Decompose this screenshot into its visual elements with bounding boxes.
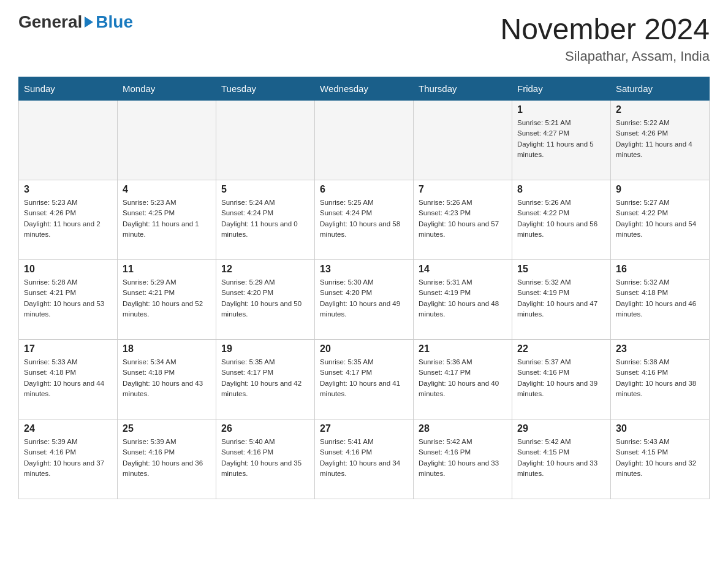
day-number: 18 [123,343,211,354]
day-number: 14 [419,264,507,275]
day-number: 6 [320,184,408,195]
day-number: 21 [419,343,507,354]
day-info: Sunrise: 5:42 AM Sunset: 4:15 PM Dayligh… [517,437,605,479]
day-info: Sunrise: 5:25 AM Sunset: 4:24 PM Dayligh… [320,197,408,240]
calendar-week-2: 3Sunrise: 5:23 AM Sunset: 4:26 PM Daylig… [19,180,710,260]
day-info: Sunrise: 5:28 AM Sunset: 4:21 PM Dayligh… [24,277,112,320]
logo: General Blue [18,12,133,32]
calendar-cell: 18Sunrise: 5:34 AM Sunset: 4:18 PM Dayli… [118,340,216,419]
calendar-subtitle: Silapathar, Assam, India [500,48,710,64]
day-number: 22 [517,343,605,354]
day-number: 15 [517,264,605,275]
calendar-cell: 12Sunrise: 5:29 AM Sunset: 4:20 PM Dayli… [216,260,315,340]
day-number: 8 [517,184,605,195]
day-number: 1 [517,104,605,115]
day-info: Sunrise: 5:43 AM Sunset: 4:15 PM Dayligh… [616,437,704,479]
day-info: Sunrise: 5:29 AM Sunset: 4:20 PM Dayligh… [221,277,309,320]
day-number: 26 [221,423,309,434]
day-info: Sunrise: 5:39 AM Sunset: 4:16 PM Dayligh… [24,437,112,479]
calendar-cell: 17Sunrise: 5:33 AM Sunset: 4:18 PM Dayli… [19,340,118,419]
day-number: 30 [616,423,704,434]
day-info: Sunrise: 5:27 AM Sunset: 4:22 PM Dayligh… [616,197,704,240]
calendar-cell: 29Sunrise: 5:42 AM Sunset: 4:15 PM Dayli… [512,419,611,499]
page-header: General Blue November 2024 Silapathar, A… [18,12,710,64]
day-info: Sunrise: 5:23 AM Sunset: 4:25 PM Dayligh… [123,197,211,240]
calendar-cell: 3Sunrise: 5:23 AM Sunset: 4:26 PM Daylig… [19,180,118,260]
header-cell-tuesday: Tuesday [216,77,315,101]
day-info: Sunrise: 5:37 AM Sunset: 4:16 PM Dayligh… [517,357,605,399]
calendar-cell [19,101,118,180]
calendar-cell: 24Sunrise: 5:39 AM Sunset: 4:16 PM Dayli… [19,419,118,499]
header-cell-wednesday: Wednesday [315,77,414,101]
calendar-header: SundayMondayTuesdayWednesdayThursdayFrid… [19,77,710,101]
header-cell-monday: Monday [118,77,216,101]
calendar-cell: 11Sunrise: 5:29 AM Sunset: 4:21 PM Dayli… [118,260,216,340]
day-info: Sunrise: 5:36 AM Sunset: 4:17 PM Dayligh… [419,357,507,399]
calendar-cell: 5Sunrise: 5:24 AM Sunset: 4:24 PM Daylig… [216,180,315,260]
calendar-cell: 14Sunrise: 5:31 AM Sunset: 4:19 PM Dayli… [414,260,512,340]
calendar-cell: 1Sunrise: 5:21 AM Sunset: 4:27 PM Daylig… [512,101,611,180]
header-row: SundayMondayTuesdayWednesdayThursdayFrid… [19,77,710,101]
day-info: Sunrise: 5:32 AM Sunset: 4:19 PM Dayligh… [517,277,605,320]
day-number: 10 [24,264,112,275]
calendar-cell: 22Sunrise: 5:37 AM Sunset: 4:16 PM Dayli… [512,340,611,419]
day-info: Sunrise: 5:33 AM Sunset: 4:18 PM Dayligh… [24,357,112,399]
calendar-week-1: 1Sunrise: 5:21 AM Sunset: 4:27 PM Daylig… [19,101,710,180]
calendar-week-5: 24Sunrise: 5:39 AM Sunset: 4:16 PM Dayli… [19,419,710,499]
calendar-table: SundayMondayTuesdayWednesdayThursdayFrid… [18,77,710,499]
calendar-cell [414,101,512,180]
day-number: 19 [221,343,309,354]
day-info: Sunrise: 5:39 AM Sunset: 4:16 PM Dayligh… [123,437,211,479]
day-number: 16 [616,264,704,275]
day-number: 9 [616,184,704,195]
calendar-cell: 9Sunrise: 5:27 AM Sunset: 4:22 PM Daylig… [611,180,710,260]
calendar-cell: 21Sunrise: 5:36 AM Sunset: 4:17 PM Dayli… [414,340,512,419]
day-number: 17 [24,343,112,354]
calendar-cell: 27Sunrise: 5:41 AM Sunset: 4:16 PM Dayli… [315,419,414,499]
day-number: 23 [616,343,704,354]
logo-general-text: General [18,12,82,32]
calendar-cell: 30Sunrise: 5:43 AM Sunset: 4:15 PM Dayli… [611,419,710,499]
day-info: Sunrise: 5:34 AM Sunset: 4:18 PM Dayligh… [123,357,211,399]
calendar-cell: 23Sunrise: 5:38 AM Sunset: 4:16 PM Dayli… [611,340,710,419]
day-info: Sunrise: 5:22 AM Sunset: 4:26 PM Dayligh… [616,118,704,160]
day-info: Sunrise: 5:35 AM Sunset: 4:17 PM Dayligh… [221,357,309,399]
day-info: Sunrise: 5:24 AM Sunset: 4:24 PM Dayligh… [221,197,309,240]
day-info: Sunrise: 5:23 AM Sunset: 4:26 PM Dayligh… [24,197,112,240]
logo-blue-text: Blue [96,12,133,32]
calendar-week-4: 17Sunrise: 5:33 AM Sunset: 4:18 PM Dayli… [19,340,710,419]
calendar-week-3: 10Sunrise: 5:28 AM Sunset: 4:21 PM Dayli… [19,260,710,340]
header-cell-saturday: Saturday [611,77,710,101]
calendar-cell [118,101,216,180]
calendar-cell: 15Sunrise: 5:32 AM Sunset: 4:19 PM Dayli… [512,260,611,340]
day-number: 20 [320,343,408,354]
calendar-cell: 10Sunrise: 5:28 AM Sunset: 4:21 PM Dayli… [19,260,118,340]
day-info: Sunrise: 5:26 AM Sunset: 4:23 PM Dayligh… [419,197,507,240]
calendar-cell [315,101,414,180]
day-info: Sunrise: 5:29 AM Sunset: 4:21 PM Dayligh… [123,277,211,320]
calendar-cell: 16Sunrise: 5:32 AM Sunset: 4:18 PM Dayli… [611,260,710,340]
day-number: 24 [24,423,112,434]
calendar-cell: 26Sunrise: 5:40 AM Sunset: 4:16 PM Dayli… [216,419,315,499]
calendar-cell: 2Sunrise: 5:22 AM Sunset: 4:26 PM Daylig… [611,101,710,180]
day-info: Sunrise: 5:41 AM Sunset: 4:16 PM Dayligh… [320,437,408,479]
day-info: Sunrise: 5:30 AM Sunset: 4:20 PM Dayligh… [320,277,408,320]
calendar-cell: 28Sunrise: 5:42 AM Sunset: 4:16 PM Dayli… [414,419,512,499]
header-cell-thursday: Thursday [414,77,512,101]
day-number: 12 [221,264,309,275]
calendar-cell: 6Sunrise: 5:25 AM Sunset: 4:24 PM Daylig… [315,180,414,260]
day-info: Sunrise: 5:38 AM Sunset: 4:16 PM Dayligh… [616,357,704,399]
day-info: Sunrise: 5:26 AM Sunset: 4:22 PM Dayligh… [517,197,605,240]
day-number: 25 [123,423,211,434]
calendar-cell: 7Sunrise: 5:26 AM Sunset: 4:23 PM Daylig… [414,180,512,260]
day-number: 3 [24,184,112,195]
day-number: 27 [320,423,408,434]
day-number: 11 [123,264,211,275]
day-number: 13 [320,264,408,275]
header-cell-friday: Friday [512,77,611,101]
calendar-cell: 25Sunrise: 5:39 AM Sunset: 4:16 PM Dayli… [118,419,216,499]
day-number: 7 [419,184,507,195]
day-info: Sunrise: 5:35 AM Sunset: 4:17 PM Dayligh… [320,357,408,399]
logo-triangle-icon [85,17,93,28]
calendar-cell: 4Sunrise: 5:23 AM Sunset: 4:25 PM Daylig… [118,180,216,260]
